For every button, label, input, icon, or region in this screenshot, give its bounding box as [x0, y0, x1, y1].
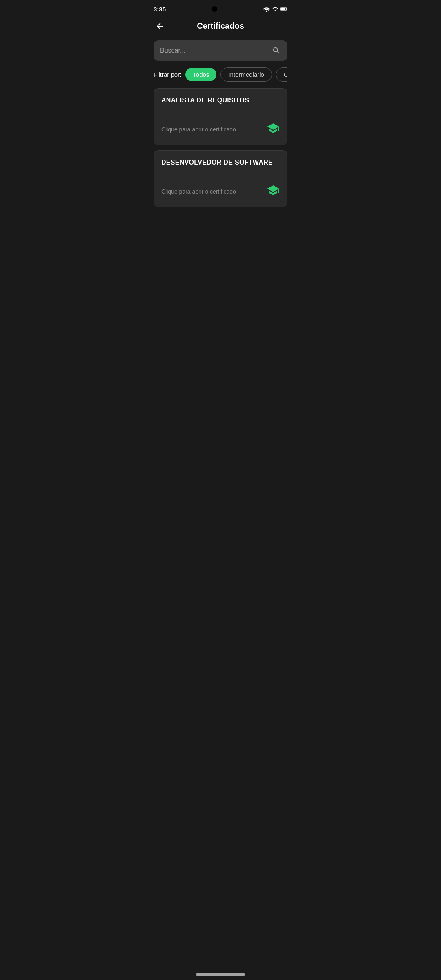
filter-row: Filtrar por: Todos Intermediário Coopex …	[147, 67, 294, 88]
svg-rect-2	[287, 8, 287, 10]
search-icon	[272, 46, 281, 55]
wifi-icon	[263, 6, 270, 12]
certificates-list: ANALISTA DE REQUISITOS Clique para abrir…	[147, 88, 294, 207]
card-footer: Clique para abrir o certificado	[161, 184, 280, 199]
filter-chip-todos[interactable]: Todos	[185, 68, 216, 81]
certificate-title: DESENVOLVEDOR DE SOFTWARE	[161, 159, 280, 166]
filter-chips: Todos Intermediário Coopex Mon	[185, 67, 287, 82]
back-button[interactable]	[154, 20, 167, 33]
search-container	[147, 37, 294, 67]
camera-dot	[212, 6, 217, 12]
certificate-card[interactable]: ANALISTA DE REQUISITOS Clique para abrir…	[154, 88, 287, 145]
status-icons	[263, 6, 287, 12]
status-bar: 3:35	[147, 0, 294, 16]
svg-rect-1	[281, 8, 286, 10]
search-bar	[154, 40, 287, 61]
header: Certificados	[147, 16, 294, 37]
filter-chip-intermediario[interactable]: Intermediário	[220, 67, 272, 82]
battery-icon	[280, 6, 287, 12]
filter-label: Filtrar por:	[154, 71, 181, 78]
card-link-text: Clique para abrir o certificado	[161, 188, 236, 195]
signal-icon	[272, 6, 278, 12]
card-link-text: Clique para abrir o certificado	[161, 126, 236, 133]
card-footer: Clique para abrir o certificado	[161, 122, 280, 137]
graduation-cap-icon	[267, 122, 280, 137]
filter-chip-coopex[interactable]: Coopex	[276, 67, 287, 82]
search-input[interactable]	[160, 47, 268, 54]
certificate-card[interactable]: DESENVOLVEDOR DE SOFTWARE Clique para ab…	[154, 150, 287, 207]
status-time: 3:35	[154, 6, 166, 13]
certificate-title: ANALISTA DE REQUISITOS	[161, 97, 280, 104]
graduation-cap-icon	[267, 184, 280, 199]
page-title: Certificados	[197, 21, 244, 31]
back-icon	[155, 21, 165, 31]
